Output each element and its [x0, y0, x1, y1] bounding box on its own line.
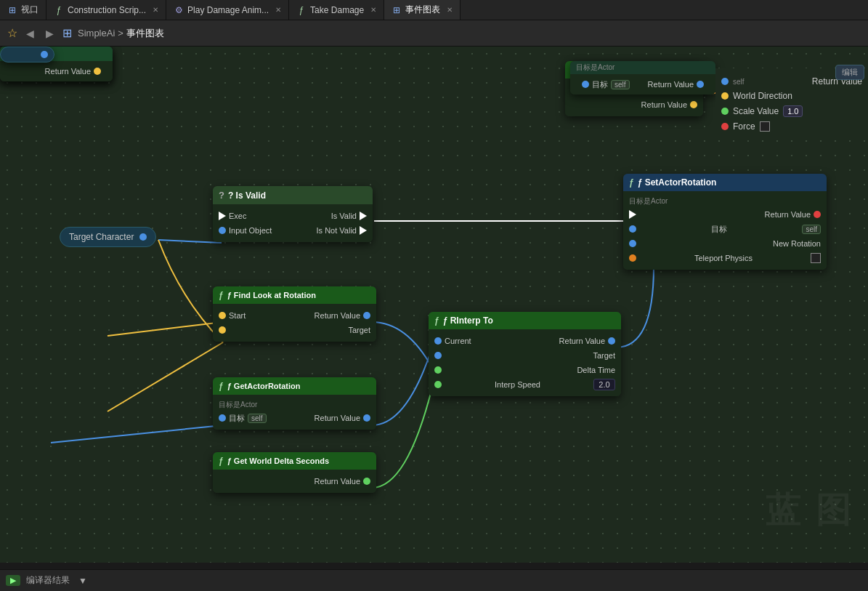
- tab-bar: ⊞ 视口 ƒ Construction Scrip... ✕ ⚙ Play Da…: [0, 0, 868, 20]
- force-pin: [721, 123, 729, 130]
- tab-event-graph[interactable]: ⊞ 事件图表 ✕: [384, 0, 461, 20]
- grid-icon2: ⊞: [392, 5, 402, 15]
- canvas-area[interactable]: 目标是Actor Return Value 目标是Actor Return Va…: [0, 47, 868, 563]
- breadcrumb: SimpleAi > 事件图表: [78, 27, 164, 40]
- partial-tr-target-pin: [582, 81, 589, 88]
- world-direction-row: World Direction: [721, 89, 862, 103]
- tab-play-damage-close[interactable]: ✕: [275, 6, 281, 14]
- find-look-target-pin: [219, 326, 226, 334]
- partial-tr-return-pin: [697, 81, 704, 88]
- tab-take-damage[interactable]: ƒ Take Damage ✕: [289, 0, 384, 20]
- compile-results-icon[interactable]: ▶: [6, 575, 20, 586]
- find-look-start-pin: [219, 312, 226, 319]
- is-valid-exec-out: [360, 212, 367, 220]
- is-valid-not-valid-out: [360, 226, 367, 235]
- rinterp-current-pin: [434, 337, 442, 345]
- nav-bar: ☆ ◀ ▶ ⊞ SimpleAi > 事件图表: [0, 20, 868, 47]
- get-world-return-pin: [363, 478, 370, 485]
- rinterp-return-pin: [608, 337, 615, 345]
- bottom-bar: ▶ 编译器结果 ▼: [0, 569, 868, 591]
- partial-mid-return-pin: [94, 68, 101, 75]
- is-valid-exec-in: [219, 212, 226, 220]
- func-icon: ƒ: [54, 5, 64, 15]
- set-actor-rotation-subtitle: 目标是Actor: [623, 196, 827, 207]
- rinterp-target-pin: [434, 352, 442, 359]
- tab-viewport[interactable]: ⊞ 视口: [0, 0, 46, 20]
- set-actor-return-pin: [814, 211, 821, 218]
- back-button[interactable]: ◀: [23, 26, 37, 41]
- gear-icon: ⚙: [174, 5, 184, 15]
- get-actor-rotation-node: ƒ ƒ GetActorRotation 目标是Actor 目标 self Re…: [213, 377, 376, 430]
- get-actor-self-badge: self: [248, 414, 267, 423]
- scale-value-row: Scale Value 1.0: [721, 103, 862, 119]
- is-valid-title: ? Is Valid: [228, 190, 266, 201]
- world-direction-pin: [721, 92, 729, 100]
- world-direction-label: World Direction: [733, 91, 792, 101]
- edit-button[interactable]: 编辑: [835, 65, 864, 80]
- set-actor-target-pin: [629, 225, 636, 233]
- bookmark-star[interactable]: ☆: [7, 26, 17, 40]
- get-actor-return-pin: [363, 414, 370, 422]
- tab-construction-close[interactable]: ✕: [153, 6, 158, 14]
- rinterp-speed-pin: [434, 381, 442, 388]
- set-actor-exec-in: [629, 210, 636, 219]
- get-world-delta-node: ƒ ƒ Get World Delta Seconds Return Value: [213, 452, 376, 493]
- bottom-bar-label: 编译器结果: [26, 574, 70, 587]
- force-row: Force: [721, 119, 862, 134]
- get-actor-rotation-title: ƒ GetActorRotation: [227, 382, 301, 390]
- tab-event-close[interactable]: ✕: [447, 6, 453, 14]
- find-look-return-pin: [363, 312, 370, 319]
- teleport-physics-checkbox[interactable]: [811, 253, 821, 263]
- grid-icon: ⊞: [7, 5, 17, 15]
- target-char-pin: [139, 233, 147, 241]
- set-actor-rotation-title: ƒ SetActorRotation: [638, 177, 717, 188]
- partial-top-right: 目标是Actor 目标 self Return Value: [570, 61, 715, 95]
- rinterp-delta-pin: [434, 366, 442, 374]
- get-right-return-pin: [690, 101, 697, 108]
- rinterp-speed-value[interactable]: 2.0: [593, 379, 615, 390]
- scale-value-pin: [721, 108, 729, 115]
- scale-value-badge[interactable]: 1.0: [783, 105, 803, 117]
- is-valid-node: ? ? Is Valid Exec Is Valid Input Object …: [213, 186, 373, 242]
- self-pin: [721, 78, 729, 85]
- watermark: 蓝 图: [766, 487, 853, 534]
- tab-play-damage[interactable]: ⚙ Play Damage Anim... ✕: [166, 0, 289, 20]
- svg-line-2: [108, 342, 223, 411]
- set-actor-rotation-node: ƒ ƒ SetActorRotation 目标是Actor Return Val…: [623, 174, 827, 270]
- svg-line-3: [51, 425, 223, 443]
- is-valid-input-pin: [219, 227, 226, 234]
- target-character-node: Target Character: [60, 227, 156, 247]
- rinterp-title: ƒ RInterp To: [443, 315, 493, 326]
- target-char-label: Target Character: [69, 232, 134, 242]
- force-checkbox[interactable]: [760, 121, 770, 132]
- set-actor-teleport-pin: [629, 254, 636, 262]
- tab-take-damage-close[interactable]: ✕: [370, 6, 376, 14]
- tab-construction[interactable]: ƒ Construction Scrip... ✕: [46, 0, 166, 20]
- partial-node-small: [0, 47, 54, 63]
- get-actor-rotation-subtitle: 目标是Actor: [213, 399, 376, 411]
- get-actor-target-pin: [219, 414, 226, 422]
- get-world-delta-title: ƒ Get World Delta Seconds: [227, 457, 329, 465]
- svg-line-0: [158, 240, 222, 243]
- set-actor-self-badge: self: [802, 225, 821, 234]
- func-icon2: ƒ: [296, 5, 307, 15]
- forward-button[interactable]: ▶: [43, 26, 57, 41]
- force-label: Force: [733, 121, 755, 132]
- scale-value-label: Scale Value: [733, 106, 779, 116]
- find-look-rotation-node: ƒ ƒ Find Look at Rotation Start Return V…: [213, 286, 376, 342]
- partial-mid-return-label: Return Value: [45, 67, 91, 76]
- set-actor-new-rotation-pin: [629, 240, 636, 247]
- rinterp-to-node: ƒ ƒ RInterp To Current Return Value Targ…: [429, 312, 621, 396]
- partial-small-pin: [41, 51, 48, 58]
- find-look-title: ƒ Find Look at Rotation: [227, 291, 316, 299]
- bottom-bar-expand[interactable]: ▼: [78, 576, 87, 586]
- nav-grid-icon: ⊞: [62, 26, 72, 40]
- svg-line-1: [108, 322, 223, 336]
